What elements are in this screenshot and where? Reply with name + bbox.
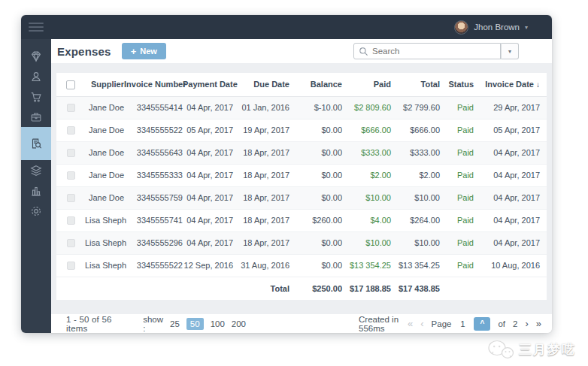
new-button[interactable]: + New (122, 43, 166, 59)
briefcase-icon (29, 110, 43, 124)
sidebar-item-expenses[interactable] (21, 127, 51, 160)
cell-invoice-date: 05 Apr, 2017 (474, 119, 547, 141)
table-row[interactable]: Jane Doe 3345555414 04 Apr, 2017 01 Jan,… (56, 96, 547, 119)
cell-total: $264.00 (391, 209, 440, 231)
layers-icon (29, 164, 43, 177)
header-payment-date[interactable]: Payment Date (183, 73, 233, 96)
cell-payment-date: 05 Apr, 2017 (183, 119, 233, 141)
search-input[interactable] (372, 47, 496, 56)
menu-icon[interactable] (21, 23, 51, 32)
new-button-label: New (140, 47, 157, 56)
table-row[interactable]: Lisa Sheph 3345555522 12 Sep, 2016 31 Au… (56, 254, 547, 277)
cell-supplier: Lisa Sheph (85, 254, 124, 277)
row-checkbox[interactable] (67, 149, 75, 157)
cell-balance: $0.00 (289, 164, 342, 186)
page-label: Page (432, 319, 452, 328)
header-supplier[interactable]: Supplier (85, 73, 124, 96)
search-input-wrapper (353, 43, 501, 59)
header-total[interactable]: Total (391, 73, 440, 96)
cell-invoice-date: 04 Apr, 2017 (474, 186, 547, 209)
cell-paid: $2 809.60 (342, 96, 391, 119)
cell-paid: $10.00 (342, 186, 391, 209)
cell-invoice-number: 3345555414 (124, 96, 183, 119)
sidebar-item-settings[interactable] (21, 201, 51, 221)
user-icon (29, 70, 43, 83)
sidebar-item-reports[interactable] (21, 180, 51, 201)
header-due-date[interactable]: Due Date (233, 73, 289, 96)
header-paid[interactable]: Paid (342, 73, 391, 96)
totals-total: $17 438.85 (391, 277, 440, 300)
cell-due-date: 18 Apr, 2017 (233, 231, 289, 254)
table-row[interactable]: Jane Doe 3345555643 04 Apr, 2017 18 Apr,… (56, 141, 547, 164)
wechat-logo-icon (487, 339, 514, 360)
sidebar-item-cases[interactable] (21, 107, 51, 127)
invoice-search-icon (29, 137, 43, 150)
cell-invoice-number: 3345555522 (124, 254, 183, 277)
current-page[interactable]: 1 (459, 319, 466, 328)
cell-status: Paid (440, 141, 474, 164)
sidebar (21, 39, 51, 333)
last-page-icon[interactable]: » (536, 318, 541, 329)
cell-checkbox (56, 164, 85, 186)
header-invoice-date[interactable]: Invoice Date ↓ (474, 73, 547, 96)
cell-status: Paid (440, 96, 474, 119)
cell-supplier: Jane Doe (85, 164, 124, 186)
watermark: 三月梦呓 (487, 339, 576, 360)
cell-invoice-date: 10 Aug, 2016 (474, 254, 547, 277)
table-row[interactable]: Lisa Sheph 3345555741 04 Apr, 2017 18 Ap… (56, 209, 547, 231)
cell-status: Paid (440, 254, 474, 277)
cell-total: $2 799.60 (391, 96, 440, 119)
table-header-row: Supplier Invoice Number Payment Date Due… (56, 73, 547, 96)
cell-payment-date: 12 Sep, 2016 (183, 254, 233, 277)
sidebar-item-purchases[interactable] (21, 86, 51, 107)
header-balance[interactable]: Balance (289, 73, 342, 96)
cell-paid: $13 354.25 (342, 254, 391, 277)
page-size-100[interactable]: 100 (211, 319, 225, 328)
table-body: Jane Doe 3345555414 04 Apr, 2017 01 Jan,… (56, 96, 547, 277)
row-checkbox[interactable] (67, 216, 75, 225)
header-status[interactable]: Status (440, 73, 474, 96)
cell-status: Paid (440, 164, 474, 186)
page-size-200[interactable]: 200 (232, 319, 246, 328)
cell-checkbox (56, 231, 85, 254)
row-checkbox[interactable] (67, 104, 75, 112)
select-all-checkbox[interactable] (66, 80, 75, 89)
row-checkbox[interactable] (67, 262, 75, 270)
header-invoice-number[interactable]: Invoice Number (124, 73, 183, 96)
caret-down-icon: ▾ (508, 48, 511, 55)
created-status: Created in 556ms (359, 315, 408, 333)
items-range: 1 - 50 of 56 items (66, 315, 116, 333)
table-row[interactable]: Jane Doe 3345555522 05 Apr, 2017 19 Apr,… (56, 119, 547, 141)
prev-page-icon[interactable]: ‹ (420, 318, 423, 329)
table-row[interactable]: Jane Doe 3345555333 04 Apr, 2017 18 Apr,… (56, 164, 547, 186)
cell-balance: $0.00 (289, 186, 342, 209)
page-selector-button[interactable]: ^ (474, 317, 490, 331)
totals-spacer (56, 277, 233, 300)
pagination-bar: 1 - 50 of 56 items show : 25 50 100 200 … (51, 314, 552, 333)
gem-icon (29, 50, 43, 63)
first-page-icon[interactable]: « (408, 318, 413, 329)
of-label: of (498, 319, 505, 328)
cell-total: $666.00 (391, 119, 440, 141)
table-row[interactable]: Jane Doe 3345555759 04 Apr, 2017 18 Apr,… (56, 186, 547, 209)
table-row[interactable]: Lisa Sheph 3345555296 04 Apr, 2017 18 Ap… (56, 231, 547, 254)
search-options-button[interactable]: ▾ (501, 43, 519, 59)
row-checkbox[interactable] (67, 194, 75, 202)
page-size-50-active[interactable]: 50 (186, 318, 204, 330)
sidebar-item-gem[interactable] (21, 46, 51, 66)
user-menu[interactable]: Jhon Brown ▾ (454, 20, 552, 35)
cell-due-date: 18 Apr, 2017 (233, 141, 289, 164)
sidebar-item-layers[interactable] (21, 160, 51, 180)
next-page-icon[interactable]: › (525, 318, 528, 329)
cell-checkbox (56, 119, 85, 141)
sidebar-item-contacts[interactable] (21, 66, 51, 86)
row-checkbox[interactable] (67, 126, 75, 135)
row-checkbox[interactable] (67, 171, 75, 180)
plus-icon: + (131, 47, 137, 56)
cell-supplier: Jane Doe (85, 119, 124, 141)
cell-total: $2.00 (391, 164, 440, 186)
cell-payment-date: 04 Apr, 2017 (183, 209, 233, 231)
row-checkbox[interactable] (67, 239, 75, 247)
cell-paid: $10.00 (342, 231, 391, 254)
page-size-25[interactable]: 25 (170, 319, 180, 328)
